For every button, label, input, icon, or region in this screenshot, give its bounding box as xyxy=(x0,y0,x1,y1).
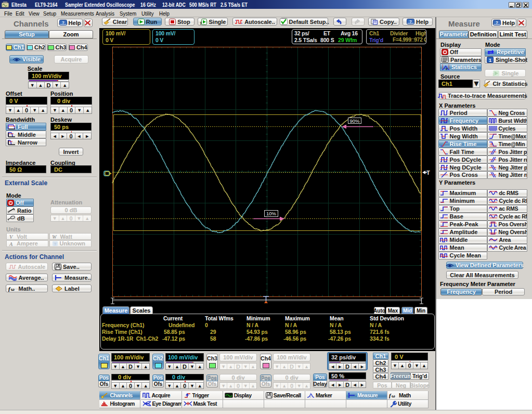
svg-text:T: T xyxy=(426,170,430,176)
svg-text:V: V xyxy=(9,234,14,240)
svg-text:?: ? xyxy=(409,19,412,24)
svg-text:W: W xyxy=(52,234,57,240)
svg-text:1: 1 xyxy=(492,73,495,76)
svg-text:ω: ω xyxy=(11,287,15,292)
svg-text:A: A xyxy=(9,241,13,247)
svg-text:1: 1 xyxy=(489,57,491,62)
svg-text:?: ? xyxy=(54,242,56,247)
svg-text:?: ? xyxy=(62,20,64,25)
svg-text:?: ? xyxy=(496,20,498,25)
svg-text:ω: ω xyxy=(392,394,395,398)
svg-text:σ: σ xyxy=(446,67,448,70)
